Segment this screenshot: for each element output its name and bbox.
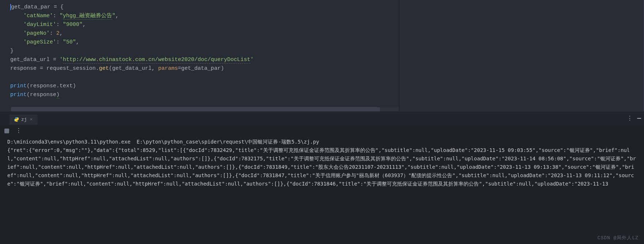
more-icon[interactable]: ⋮ <box>627 115 633 122</box>
console-toolbar: ⋮ <box>0 125 644 136</box>
minimize-icon[interactable]: — <box>637 115 641 122</box>
menu-icon[interactable]: ⋮ <box>16 127 22 134</box>
console-output[interactable]: D:\miniconda3\envs\python3.11\python.exe… <box>0 136 644 190</box>
watermark: CSDN @局外人LZ <box>598 235 639 241</box>
stop-icon[interactable] <box>4 129 9 133</box>
python-icon <box>14 117 19 122</box>
console-panel: zj × ⋮ — ⋮ D:\miniconda3\envs\python3.11… <box>0 111 644 244</box>
close-icon[interactable]: × <box>29 117 34 122</box>
console-tab-bar: zj × ⋮ — <box>0 111 644 125</box>
editor-right-pane <box>399 0 644 111</box>
scrollbar-thumb[interactable] <box>11 107 380 111</box>
run-tab-zj[interactable]: zj × <box>9 115 38 125</box>
tab-label: zj <box>21 117 27 122</box>
output-response: {"ret":{"error":0,"msg":""},"data":{"tot… <box>7 146 637 188</box>
output-command: D:\miniconda3\envs\python3.11\python.exe… <box>7 138 637 146</box>
editor-panel: get_data_par = { 'catName': "yhgg_融资融券公告… <box>0 0 644 111</box>
